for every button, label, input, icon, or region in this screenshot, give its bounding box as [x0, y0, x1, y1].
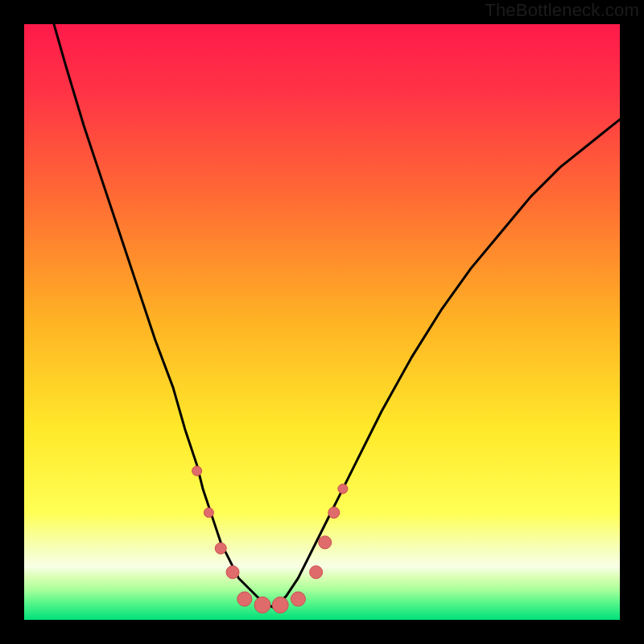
watermark-label: TheBottleneck.com	[485, 0, 639, 21]
data-marker	[215, 543, 226, 554]
data-marker	[338, 484, 348, 493]
chart-curves	[24, 24, 620, 620]
data-marker	[254, 597, 270, 613]
curve-right-branch	[275, 119, 620, 608]
plot-area	[24, 24, 620, 620]
data-marker	[310, 566, 323, 579]
chart-outer-frame: TheBottleneck.com	[0, 0, 644, 644]
data-marker	[291, 592, 305, 606]
curve-left-branch	[54, 24, 275, 608]
data-marker	[226, 566, 239, 579]
data-marker	[272, 597, 288, 613]
data-marker	[328, 507, 340, 518]
data-marker	[319, 536, 332, 549]
data-marker	[204, 508, 213, 518]
data-marker	[192, 466, 202, 476]
data-marker	[237, 592, 252, 606]
